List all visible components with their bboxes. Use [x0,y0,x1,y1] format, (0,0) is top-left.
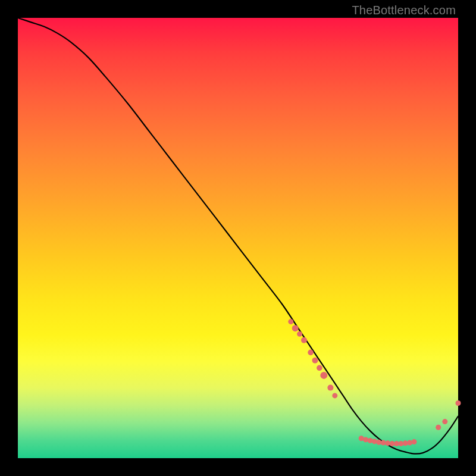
chart-area [18,18,458,458]
chart-marker [292,325,299,331]
chart-marker [456,400,461,406]
chart-marker [308,350,314,356]
chart-marker [442,419,447,424]
chart-marker [312,358,318,364]
chart-marker [327,385,333,391]
chart-marker [288,319,293,324]
chart-marker [407,440,412,446]
chart-marker [320,372,327,379]
chart-marker [368,438,373,443]
chart-marker [436,425,441,430]
chart-markers [288,319,461,446]
chart-marker [317,365,322,371]
chart-marker [332,393,337,398]
chart-marker [363,437,368,442]
chart-marker [297,331,302,337]
chart-marker [301,337,307,343]
chart-svg [18,18,458,458]
chart-marker [372,439,377,444]
watermark-text: TheBottleneck.com [352,4,456,17]
chart-marker [412,439,417,444]
chart-curve [18,18,458,454]
